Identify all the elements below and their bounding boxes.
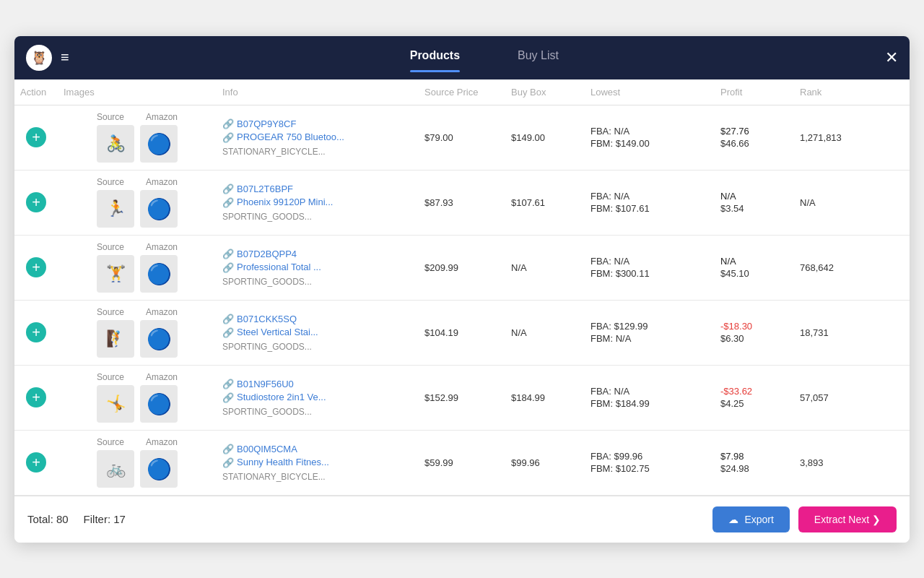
buy-box-cell: $99.96: [505, 457, 585, 468]
product-category: STATIONARY_BICYCLE...: [222, 472, 413, 482]
amazon-image: 🔵: [140, 125, 178, 163]
images-row: 🚴 🔵: [97, 125, 178, 163]
table-row: + Source Amazon 🚴 🔵 🔗 B07QP9Y8CF 🔗 PROGE…: [14, 105, 910, 171]
lowest-cell: FBA: N/A FBM: $184.99: [585, 386, 715, 409]
source-image: 🚴: [97, 125, 134, 163]
info-cell: 🔗 B071CKK5SQ 🔗 Steel Vertical Stai... SP…: [217, 309, 419, 356]
link-icon: 🔗: [222, 379, 234, 389]
profit-fbm: $24.98: [720, 463, 788, 474]
column-headers: Action Images Info Source Price Buy Box …: [14, 79, 910, 105]
asin-link[interactable]: B07QP9Y8CF: [237, 118, 296, 129]
extract-next-button[interactable]: Extract Next ❯: [798, 506, 897, 532]
export-button[interactable]: ☁ Export: [712, 506, 789, 532]
menu-icon[interactable]: ≡: [61, 49, 69, 66]
buy-box-cell: $107.61: [505, 197, 585, 208]
asin-link[interactable]: B00QIM5CMA: [237, 444, 297, 454]
col-profit: Profit: [715, 87, 794, 98]
app-window: 🦉 ≡ Products Buy List ✕ Action Images In…: [14, 36, 910, 543]
images-cell: Source Amazon 🤸 🔵: [58, 368, 217, 427]
lowest-fbm: FBM: $107.61: [590, 203, 709, 214]
asin-link[interactable]: B07L2T6BPF: [237, 184, 293, 194]
action-cell: +: [14, 257, 58, 277]
profit-fba: N/A: [720, 191, 788, 202]
lowest-fbm: FBM: $300.11: [590, 268, 709, 279]
close-icon[interactable]: ✕: [885, 48, 898, 67]
source-image: 🏋: [97, 255, 134, 293]
product-title-link[interactable]: Sunny Health Fitnes...: [237, 457, 329, 467]
images-labels: Source Amazon: [97, 242, 178, 252]
footer-totals: Total: 80 Filter: 17: [27, 513, 126, 525]
link-icon: 🔗: [222, 118, 234, 129]
col-images: Images: [58, 87, 217, 98]
buy-box-cell: N/A: [505, 327, 585, 338]
images-row: 🚲 🔵: [97, 450, 178, 488]
add-product-button[interactable]: +: [26, 127, 46, 147]
source-image: 🚲: [97, 450, 134, 488]
link-icon-2: 🔗: [222, 392, 234, 403]
images-labels: Source Amazon: [97, 307, 178, 317]
profit-fbm: $6.30: [720, 333, 788, 344]
add-product-button[interactable]: +: [26, 257, 46, 277]
product-title-link[interactable]: Professional Total ...: [237, 262, 321, 272]
profit-fba: $7.98: [720, 451, 788, 462]
profit-fbm: $45.10: [720, 268, 788, 279]
table-row: + Source Amazon 🏃 🔵 🔗 B07L2T6BPF 🔗 Phoen…: [14, 171, 910, 236]
source-price-cell: $59.99: [419, 457, 505, 468]
buy-box-cell: $184.99: [505, 392, 585, 403]
profit-cell: -$18.30 $6.30: [715, 321, 794, 344]
images-labels: Source Amazon: [97, 437, 178, 447]
profit-cell: $27.76 $46.66: [715, 126, 794, 149]
add-product-button[interactable]: +: [26, 322, 46, 342]
source-label: Source: [97, 437, 124, 447]
action-cell: +: [14, 452, 58, 473]
link-icon-2: 🔗: [222, 197, 234, 208]
product-title-link[interactable]: Studiostore 2in1 Ve...: [237, 392, 326, 402]
footer-buttons: ☁ Export Extract Next ❯: [712, 506, 897, 532]
profit-fbm: $4.25: [720, 398, 788, 409]
rank-cell: 768,642: [794, 262, 873, 273]
asin-row: 🔗 B071CKK5SQ: [222, 314, 413, 324]
asin-link[interactable]: B071CKK5SQ: [237, 314, 297, 324]
add-product-button[interactable]: +: [26, 192, 46, 212]
rank-cell: 57,057: [794, 392, 873, 403]
profit-fba: N/A: [720, 256, 788, 267]
tab-buy-list[interactable]: Buy List: [518, 49, 559, 66]
filter-count: Filter: 17: [84, 513, 126, 525]
logo: 🦉: [26, 45, 52, 71]
add-product-button[interactable]: +: [26, 452, 46, 473]
images-cell: Source Amazon 🚴 🔵: [58, 108, 217, 167]
title-row: 🔗 Sunny Health Fitnes...: [222, 457, 413, 470]
images-cell: Source Amazon 🧗 🔵: [58, 303, 217, 362]
tab-products[interactable]: Products: [410, 49, 460, 66]
product-title-link[interactable]: PROGEAR 750 Bluetoo...: [237, 131, 344, 142]
lowest-fbm: FBM: $149.00: [590, 138, 709, 149]
product-category: SPORTING_GOODS...: [222, 342, 413, 352]
profit-cell: $7.98 $24.98: [715, 451, 794, 474]
images-cell: Source Amazon 🏋 🔵: [58, 238, 217, 297]
profit-fba: -$33.62: [720, 386, 788, 397]
lowest-fba: FBA: N/A: [590, 191, 709, 202]
rank-cell: N/A: [794, 197, 873, 208]
source-image: 🏃: [97, 190, 134, 228]
header: 🦉 ≡ Products Buy List ✕: [14, 36, 910, 79]
title-row: 🔗 PROGEAR 750 Bluetoo...: [222, 131, 413, 144]
source-label: Source: [97, 372, 124, 382]
info-cell: 🔗 B01N9F56U0 🔗 Studiostore 2in1 Ve... SP…: [217, 374, 419, 421]
lowest-fba: FBA: $99.96: [590, 451, 709, 462]
product-title-link[interactable]: Steel Vertical Stai...: [237, 327, 318, 337]
table-row: + Source Amazon 🏋 🔵 🔗 B07D2BQPP4 🔗 Profe…: [14, 236, 910, 301]
asin-link[interactable]: B01N9F56U0: [237, 379, 294, 389]
product-title-link[interactable]: Phoenix 99120P Mini...: [237, 197, 333, 207]
buy-box-cell: $149.00: [505, 132, 585, 143]
profit-fba: -$18.30: [720, 321, 788, 332]
asin-link[interactable]: B07D2BQPP4: [237, 249, 297, 259]
title-row: 🔗 Phoenix 99120P Mini...: [222, 197, 413, 210]
profit-cell: N/A $45.10: [715, 256, 794, 279]
amazon-label: Amazon: [146, 372, 178, 382]
amazon-label: Amazon: [146, 177, 178, 187]
info-cell: 🔗 B07D2BQPP4 🔗 Professional Total ... SP…: [217, 244, 419, 291]
title-row: 🔗 Studiostore 2in1 Ve...: [222, 392, 413, 405]
col-buy-box: Buy Box: [505, 87, 585, 98]
source-label: Source: [97, 112, 124, 122]
add-product-button[interactable]: +: [26, 387, 46, 407]
